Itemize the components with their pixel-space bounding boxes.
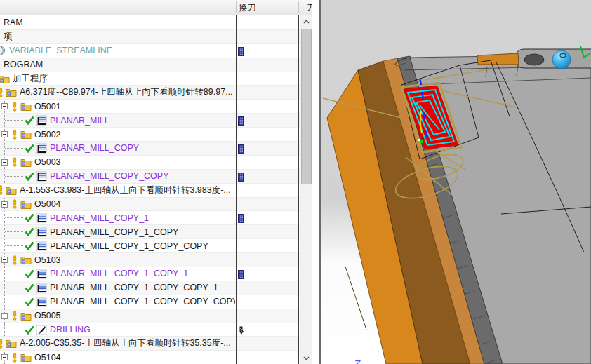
column-separator <box>236 1 237 13</box>
planar-mill-operation-icon <box>36 171 47 182</box>
scroll-up-button[interactable] <box>300 15 312 27</box>
chevron-up-icon <box>303 20 310 24</box>
name-cell: O5005 <box>0 309 235 323</box>
tree-row-PLANAR_MILL_COPY_1_COPY[interactable]: PLANAR_MILL_COPY_1_COPY <box>0 225 319 239</box>
name-cell: PLANAR_MILL_COPY_1_COPY_COPY <box>0 239 235 252</box>
row-label: PLANAR_MILL_COPY_1_COPY_1 <box>50 269 188 278</box>
tool-change-icon <box>238 46 244 59</box>
row-label: 加工程序 <box>13 73 48 85</box>
tree-row-PLANAR_MILL_COPY_1_COPY_COPY[interactable]: PLANAR_MILL_COPY_1_COPY_COPY <box>0 239 319 253</box>
program-folder-icon <box>20 130 32 139</box>
generated-check-icon <box>25 283 34 292</box>
name-cell: PLANAR_MILL_COPY <box>0 142 235 155</box>
expand-minus-icon[interactable] <box>1 313 8 319</box>
program-folder-icon <box>20 200 32 209</box>
name-cell: A-2.005-C35.35-上四轴从上向下看顺时针转35.35度-... <box>0 337 235 350</box>
warning-icon <box>0 88 4 97</box>
tree-row-O5002[interactable]: O5002 <box>0 128 319 142</box>
row-label: PLANAR_MILL_COPY_1_COPY_COPY_1 <box>50 283 218 292</box>
tree-row-加工程序[interactable]: 加工程序 <box>0 72 319 86</box>
tree-row-PLANAR_MILL_COPY_1_COPY_COPY_1[interactable]: PLANAR_MILL_COPY_1_COPY_COPY_1 <box>0 281 319 295</box>
expand-minus-icon[interactable] <box>1 354 8 360</box>
tree-row-PLANAR_MILL_COPY[interactable]: PLANAR_MILL_COPY <box>0 142 319 156</box>
tree-row-RAM[interactable]: RAM <box>0 16 319 30</box>
scroll-down-button[interactable] <box>300 352 312 364</box>
program-folder-icon <box>20 311 32 321</box>
scrollbar-thumb[interactable] <box>301 29 312 184</box>
planar-mill-operation-icon <box>36 241 47 251</box>
name-cell: PLANAR_MILL_COPY_1_COPY_COPY_1 <box>0 281 235 295</box>
tree-row-A6.371度--C89.974-上四轴从上向下看顺时针转89.97...[interactable]: A6.371度--C89.974-上四轴从上向下看顺时针转89.97... <box>0 86 319 100</box>
program-folder-icon <box>20 102 32 111</box>
row-label: PLANAR_MILL_COPY <box>50 143 139 153</box>
tree-connector-dots <box>5 274 23 274</box>
planar-mill-operation-icon <box>36 143 47 154</box>
row-label: PLANAR_MILL_COPY_1_COPY <box>50 227 178 237</box>
row-label: O5002 <box>34 130 61 140</box>
orange-insert-bar <box>477 53 519 65</box>
name-cell: VARIABLE_STREAMLINE <box>0 44 235 58</box>
tree-row-ROGRAM[interactable]: ROGRAM <box>0 58 319 72</box>
tree-row-O5003[interactable]: O5003 <box>0 156 319 170</box>
warning-icon <box>0 185 4 195</box>
tree-row-A-1.553-C3.983-上四轴从上向下看顺时针转3.983度-...[interactable]: A-1.553-C3.983-上四轴从上向下看顺时针转3.983度-... <box>0 184 319 198</box>
name-cell: O5004 <box>0 198 235 211</box>
graphics-viewport[interactable]: Z <box>321 0 591 364</box>
drilling-operation-icon <box>36 325 47 335</box>
tool-change-icon <box>238 269 244 282</box>
tree-row-A-2.005-C35.35-上四轴从上向下看顺时针转35.35度-...[interactable]: A-2.005-C35.35-上四轴从上向下看顺时针转35.35度-... <box>0 337 319 351</box>
tree-row-PLANAR_MILL_COPY_1_COPY_COPY_COPY[interactable]: PLANAR_MILL_COPY_1_COPY_COPY_COPY <box>0 295 319 309</box>
expand-minus-icon[interactable] <box>1 201 8 208</box>
tool-change-icon <box>238 172 244 184</box>
vertical-scrollbar[interactable] <box>300 15 312 364</box>
warning-icon <box>12 353 18 363</box>
generated-check-icon <box>25 325 34 335</box>
tree-row-项[interactable]: 项 <box>0 30 319 44</box>
tree-row-VARIABLE_STREAMLINE[interactable]: VARIABLE_STREAMLINE <box>0 44 319 58</box>
tree-row-PLANAR_MILL_COPY_COPY[interactable]: PLANAR_MILL_COPY_COPY <box>0 170 319 184</box>
generated-check-icon <box>25 144 34 153</box>
program-folder-icon <box>6 186 17 195</box>
row-label: O5001 <box>34 102 61 112</box>
row-label: O5003 <box>34 157 61 167</box>
expand-minus-icon[interactable] <box>1 131 8 137</box>
program-folder-icon <box>6 88 17 97</box>
planar-mill-operation-icon <box>36 115 47 126</box>
expand-minus-icon[interactable] <box>1 257 8 263</box>
name-cell: O5001 <box>0 100 235 113</box>
tool-change-icon <box>238 116 244 128</box>
row-label: O5104 <box>34 353 61 363</box>
row-label: PLANAR_MILL_COPY_1_COPY_COPY_COPY <box>50 297 235 306</box>
name-cell: RAM <box>0 16 235 29</box>
viewport-scene: Z <box>321 0 591 364</box>
tree-row-O5004[interactable]: O5004 <box>0 198 319 212</box>
probe-sphere <box>552 50 571 69</box>
tree-row-PLANAR_MILL_COPY_1_COPY_1[interactable]: PLANAR_MILL_COPY_1_COPY_1 <box>0 267 319 281</box>
planar-mill-operation-icon <box>36 269 47 279</box>
tree-connector-dots <box>5 245 23 246</box>
name-cell: A-1.553-C3.983-上四轴从上向下看顺时针转3.983度-... <box>0 184 235 197</box>
warning-icon <box>12 199 18 209</box>
tree-row-PLANAR_MILL_COPY_1[interactable]: PLANAR_MILL_COPY_1 <box>0 211 319 225</box>
tree-row-O5103[interactable]: O5103 <box>0 253 319 267</box>
row-label: 项 <box>4 31 13 43</box>
tree-row-DRILLING[interactable]: DRILLING <box>0 323 319 337</box>
expand-minus-icon[interactable] <box>1 159 8 166</box>
name-cell: PLANAR_MILL_COPY_1_COPY_1 <box>0 267 235 281</box>
name-cell: PLANAR_MILL_COPY_1 <box>0 211 235 224</box>
tree-row-O5005[interactable]: O5005 <box>0 309 319 323</box>
name-cell: PLANAR_MILL_COPY_1_COPY <box>0 225 235 238</box>
name-cell: 项 <box>0 30 235 43</box>
program-folder-icon <box>20 158 32 167</box>
row-label: RAM <box>4 18 23 27</box>
tree-connector-dots <box>5 148 23 149</box>
streamline-operation-icon <box>0 46 6 55</box>
tree-row-O5001[interactable]: O5001 <box>0 100 319 114</box>
tree-row-O5104[interactable]: O5104 <box>0 351 319 364</box>
row-label: A-2.005-C35.35-上四轴从上向下看顺时针转35.35度-... <box>20 337 231 349</box>
start-point <box>420 140 423 143</box>
column-header-tool-change: 换刀 <box>239 2 256 14</box>
tree-connector-dots <box>5 217 23 218</box>
tree-row-PLANAR_MILL[interactable]: PLANAR_MILL <box>0 114 319 128</box>
expand-minus-icon[interactable] <box>1 103 8 109</box>
